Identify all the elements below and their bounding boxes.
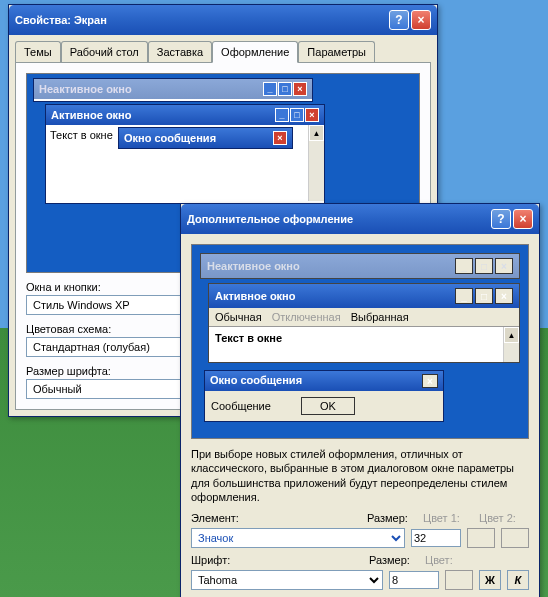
color1-label: Цвет 1: [423, 512, 473, 524]
tab-themes[interactable]: Темы [15, 41, 61, 62]
minimize-icon: _ [455, 288, 473, 304]
color1-button[interactable] [467, 528, 495, 548]
font-size2-label: Размер: [369, 554, 419, 566]
adv-inactive-title: Неактивное окно [207, 260, 300, 272]
adv-msg-ok-button[interactable]: OK [301, 397, 355, 415]
close-button[interactable]: × [411, 10, 431, 30]
preview-active-window: Активное окно _□× Текст в окне Окно сооб… [45, 104, 325, 204]
minimize-icon: _ [455, 258, 473, 274]
tab-screensaver[interactable]: Заставка [148, 41, 212, 62]
active-window-controls: _□× [275, 108, 319, 122]
advanced-note: При выборе новых стилей оформления, отли… [191, 447, 529, 504]
tab-settings[interactable]: Параметры [298, 41, 375, 62]
maximize-icon: □ [475, 288, 493, 304]
msg-close-icon: × [422, 374, 438, 388]
font-label: Шрифт: [191, 554, 241, 566]
adv-menu-bar: Обычная Отключенная Выбранная [209, 308, 519, 326]
adv-message-window: Окно сообщения × Сообщение OK [204, 370, 444, 422]
bold-button[interactable]: Ж [479, 570, 501, 590]
adv-scrollbar: ▲ [503, 327, 519, 362]
font-size-input[interactable] [389, 571, 439, 589]
advanced-close-button[interactable]: × [513, 209, 533, 229]
tabs-row: Темы Рабочий стол Заставка Оформление Па… [9, 35, 437, 62]
close-icon: × [495, 258, 513, 274]
menu-normal: Обычная [215, 311, 262, 323]
element-size-input[interactable] [411, 529, 461, 547]
adv-window-text: Текст в окне [215, 332, 282, 344]
display-properties-titlebar[interactable]: Свойства: Экран ? × [9, 5, 437, 35]
advanced-help-button[interactable]: ? [491, 209, 511, 229]
advanced-preview: Неактивное окно _□× Активное окно _□× Об… [191, 244, 529, 439]
inactive-window-controls: _□× [263, 82, 307, 96]
font-color-button[interactable] [445, 570, 473, 590]
color2-button[interactable] [501, 528, 529, 548]
maximize-icon: □ [475, 258, 493, 274]
active-window-title: Активное окно [51, 109, 132, 121]
advanced-titlebar[interactable]: Дополнительное оформление ? × [181, 204, 539, 234]
italic-button[interactable]: К [507, 570, 529, 590]
help-button[interactable]: ? [389, 10, 409, 30]
message-box-title: Окно сообщения [124, 132, 216, 144]
windows-buttons-select[interactable]: Стиль Windows XP [26, 295, 206, 315]
window-text-sample: Текст в окне [50, 129, 113, 141]
inactive-window-title: Неактивное окно [39, 83, 132, 95]
menu-disabled: Отключенная [272, 311, 341, 323]
font-color-label: Цвет: [425, 554, 475, 566]
element-label: Элемент: [191, 512, 241, 524]
color2-label: Цвет 2: [479, 512, 529, 524]
font-size-select[interactable]: Обычный [26, 379, 206, 399]
tab-appearance[interactable]: Оформление [212, 41, 298, 63]
adv-active-title: Активное окно [215, 290, 296, 302]
adv-msg-text: Сообщение [211, 400, 271, 412]
preview-inactive-window: Неактивное окно _□× [33, 78, 313, 102]
menu-selected: Выбранная [351, 311, 409, 323]
color-scheme-select[interactable]: Стандартная (голубая) [26, 337, 206, 357]
dialog-title: Свойства: Экран [15, 14, 107, 26]
preview-scrollbar: ▲ [308, 125, 324, 201]
tab-desktop[interactable]: Рабочий стол [61, 41, 148, 62]
close-icon: × [495, 288, 513, 304]
adv-msg-title: Окно сообщения [210, 374, 302, 388]
size-label: Размер: [367, 512, 417, 524]
advanced-dialog-title: Дополнительное оформление [187, 213, 353, 225]
element-select[interactable]: Значок [191, 528, 405, 548]
font-select[interactable]: Tahoma [191, 570, 383, 590]
advanced-appearance-window: Дополнительное оформление ? × Неактивное… [180, 203, 540, 597]
